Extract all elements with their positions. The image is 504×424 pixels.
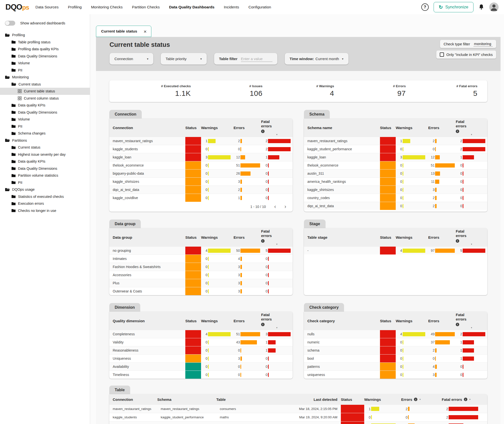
nav-item-data-quality-dashboards[interactable]: Data Quality Dashboards (169, 5, 214, 9)
table-row[interactable]: kaggle_shirtsizes030 (109, 177, 293, 186)
nav-item-partition-checks[interactable]: Partition Checks (132, 5, 160, 9)
table-row[interactable]: maven_restaurant_ratings122 (304, 137, 487, 145)
table-row[interactable]: kaggle_loan3121 (109, 153, 293, 161)
sidebar-item-current-status[interactable]: Current status (0, 144, 90, 151)
table-row[interactable]: Accessories030 (109, 271, 293, 279)
table-row[interactable]: kaggle_loan3121 (304, 153, 487, 161)
info-icon[interactable]: i (261, 130, 265, 133)
check-type-filter-value[interactable]: monitoring (473, 41, 493, 47)
dqops-logo[interactable]: DQOps (5, 3, 29, 12)
sidebar-item-pii[interactable]: PII (0, 123, 90, 130)
table-row[interactable]: country_codes020 (304, 194, 487, 202)
nav-item-incidents[interactable]: Incidents (224, 5, 239, 9)
table-row[interactable]: bigquery-public-data0260 (109, 169, 293, 177)
info-icon[interactable]: i (261, 239, 265, 243)
sidebar-item-volume[interactable]: Volume (0, 60, 90, 67)
info-icon[interactable]: i (464, 398, 467, 401)
table-row[interactable]: Intimates040 (109, 254, 293, 263)
sidebar-item-monitoring[interactable]: Monitoring (0, 74, 90, 81)
sort-down-icon[interactable]: ▼ (471, 134, 472, 136)
kpi-only-checkbox[interactable] (440, 52, 444, 57)
sidebar-item-partition-volume-statistics[interactable]: Partition volume statistics (0, 172, 90, 179)
sidebar-item-current-table-status[interactable]: Current table status (0, 88, 90, 95)
table-row[interactable]: america_health_rankings0110 (304, 177, 487, 186)
sidebar-item-checks-no-longer-in-use[interactable]: Checks no longer in use (0, 207, 90, 214)
table-row[interactable]: numeric0371 (304, 338, 487, 346)
table-row[interactable]: Timeliness000 (109, 371, 293, 379)
tab-current-table-status[interactable]: Current table status × (96, 26, 151, 37)
table-filter-input[interactable] (241, 56, 272, 62)
table-row[interactable]: Outerwear & Coats030 (109, 287, 293, 295)
table-row[interactable]: Reasonableness001 (109, 346, 293, 354)
sort-down-icon[interactable]: ▼ (276, 243, 278, 245)
sidebar-item-data-quality-kpis[interactable]: Data quality KPIs (0, 158, 90, 165)
sidebar-item-current-column-status[interactable]: Current column status (0, 95, 90, 102)
sidebar-item-table-profiling-status[interactable]: Table profiling status (0, 39, 90, 46)
info-icon[interactable]: i (456, 323, 459, 326)
table-row[interactable]: Validity0431 (109, 338, 293, 346)
check-type-filter[interactable]: Check type filter monitoring (440, 40, 496, 48)
info-icon[interactable]: i (456, 130, 459, 133)
show-advanced-dashboards-toggle[interactable] (5, 21, 15, 26)
table-row[interactable]: thelook_ecommerce0510 (304, 161, 487, 169)
table-row[interactable]: kaggle_studentskaggle_student_performanc… (109, 413, 487, 421)
table-row[interactable]: nulls4492 (304, 330, 487, 338)
table-row[interactable]: Uniqueness030 (109, 354, 293, 362)
chevron-left-icon[interactable]: ‹ (274, 204, 276, 209)
table-row[interactable]: uniqueness030 (304, 371, 487, 379)
sidebar-item-data-quality-dimensions[interactable]: Data Quality Dimensions (0, 109, 90, 116)
sidebar-item-pii[interactable]: PII (0, 67, 90, 74)
table-row[interactable]: Availability000 (109, 362, 293, 371)
nav-item-monitoring-checks[interactable]: Monitoring Checks (91, 5, 123, 9)
sidebar-item-current-status[interactable]: Current status (0, 81, 90, 88)
info-icon[interactable]: i (261, 323, 265, 326)
sidebar-item-profiling[interactable]: Profiling (0, 32, 90, 39)
sort-down-icon[interactable]: ▼ (469, 398, 471, 401)
table-row[interactable]: kaggle_students002 (109, 145, 293, 153)
info-icon[interactable]: i (456, 239, 459, 243)
table-row[interactable]: thelook_ecommerce0510 (109, 161, 293, 169)
sidebar-item-statistics-of-executed-checks[interactable]: Statistics of executed checks (0, 193, 90, 200)
table-row[interactable]: dqo_ai_test_data020 (109, 186, 293, 194)
sidebar-item-dqops-usage[interactable]: DQOps usage (0, 186, 90, 193)
sidebar-item-data-quality-dimensions[interactable]: Data Quality Dimensions (0, 53, 90, 60)
sidebar-item-schema-changes[interactable]: Schema changes (0, 130, 90, 137)
table-row[interactable]: patterns040 (304, 362, 487, 371)
sidebar-item-execution-errors[interactable]: Execution errors (0, 200, 90, 207)
user-avatar[interactable] (489, 2, 499, 12)
notifications-bell-icon[interactable] (478, 4, 484, 10)
connection-filter-dropdown[interactable]: Connection ▾ (110, 53, 153, 65)
chevron-right-icon[interactable]: › (284, 204, 286, 209)
help-icon[interactable]: ? (421, 3, 429, 11)
table-row[interactable]: Completeness4513 (109, 330, 293, 338)
table-row[interactable]: Fashion Hoodies & Sweatshirts030 (109, 263, 293, 271)
table-row[interactable]: maven_restaurant_ratings122 (109, 137, 293, 145)
sidebar-item-data-quality-kpis[interactable]: Data quality KPIs (0, 102, 90, 109)
sort-down-icon[interactable]: ▼ (276, 327, 278, 329)
synchronize-button[interactable]: ↻ Synchronize (434, 2, 473, 12)
table-row[interactable]: kaggle_covidlive010 (109, 194, 293, 202)
table-row[interactable]: no grouping4505 (109, 246, 293, 254)
table-row[interactable]: dqo_ai_test_data020 (304, 202, 487, 210)
table-row[interactable]: bool001 (304, 354, 487, 362)
sidebar-item-data-quality-dimensions[interactable]: Data Quality Dimensions (0, 165, 90, 172)
table-row[interactable]: kaggle_student_performance002 (304, 145, 487, 153)
close-icon[interactable]: × (143, 29, 146, 34)
kpi-only-checkbox-row[interactable]: Only "include in KPI" checks (436, 51, 496, 59)
table-row[interactable]: austin_3110130 (304, 169, 487, 177)
info-icon[interactable]: i (414, 398, 417, 401)
sort-down-icon[interactable]: ▼ (471, 243, 472, 245)
nav-item-configuration[interactable]: Configuration (248, 5, 271, 9)
table-row[interactable]: maven_restaurant_ratingsmaven_restaurant… (109, 405, 487, 413)
sidebar-item-highest-issue-severity-per-day[interactable]: Highest issue severity per day (0, 151, 90, 158)
table-row[interactable]: schema021 (304, 346, 487, 354)
sidebar-item-volume[interactable]: Volume (0, 116, 90, 123)
sidebar-item-pii[interactable]: PII (0, 179, 90, 186)
table-row[interactable]: kaggle_shirtsizes030 (304, 186, 487, 194)
sort-down-icon[interactable]: ▼ (276, 134, 278, 136)
sort-down-icon[interactable]: ▼ (471, 327, 472, 329)
time-window-dropdown[interactable]: Time window:Current month ▾ (285, 53, 348, 65)
sort-down-icon[interactable]: ▼ (419, 398, 421, 401)
sidebar-item-profiling-data-quality-kpis[interactable]: Profiling data quality KPIs (0, 46, 90, 53)
table-row[interactable]: kaggle_loankaggle_loaneligibility_predic… (109, 421, 487, 424)
